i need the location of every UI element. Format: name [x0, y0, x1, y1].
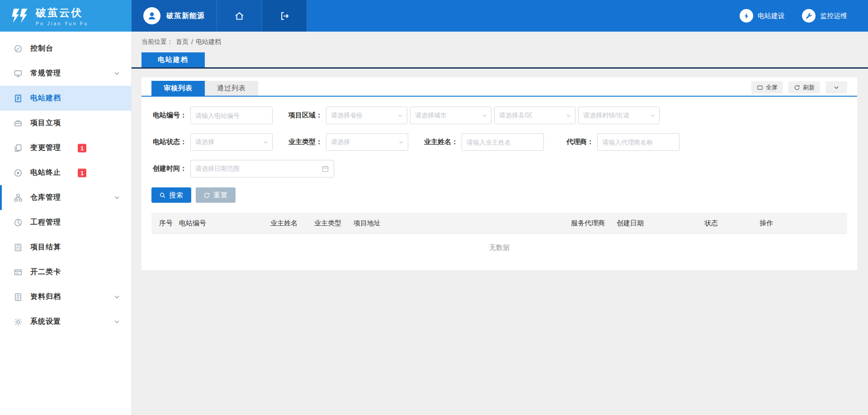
refresh-label: 刷新: [803, 84, 815, 92]
chevron-down-icon: [263, 139, 269, 145]
sidebar-item-engineering-management[interactable]: 工程管理: [0, 210, 131, 235]
region-select-2[interactable]: 请选择县/区: [494, 107, 576, 124]
sidebar-item-label: 电站终止: [30, 168, 61, 177]
table-column-3: 业主类型: [314, 219, 354, 228]
sidebar-item-warehouse-management[interactable]: 仓库管理: [0, 185, 131, 210]
header-nav: 电站建设 监控运维: [740, 0, 868, 32]
nav-label: 监控运维: [820, 12, 847, 20]
chevron-down-icon: [833, 84, 840, 91]
project-icon: [14, 119, 23, 128]
card-head: 审核列表通过列表 全屏 刷新: [142, 77, 857, 97]
select-placeholder: 请选择县/区: [499, 112, 533, 120]
select-placeholder: 请选择城市: [415, 112, 447, 120]
station-no-label: 电站编号：: [151, 111, 187, 120]
app-header: 破茧云伏 Po Jian Yun Fu 破茧新能源 电站建设 监控运维: [0, 0, 868, 32]
chevron-down-icon: [113, 70, 120, 77]
sidebar-item-label: 电站建档: [30, 93, 61, 103]
select-placeholder: 请选择: [195, 138, 214, 146]
chevron-down-icon: [113, 318, 120, 325]
logo-icon: [9, 8, 30, 24]
chevron-down-icon: [398, 139, 404, 145]
wrench-icon: [802, 9, 816, 23]
logout-button[interactable]: [262, 0, 307, 32]
sidebar-item-data-archive[interactable]: 资料归档: [0, 284, 131, 309]
station-no-input[interactable]: [190, 107, 273, 124]
agent-label: 代理商：: [558, 138, 594, 146]
station-status-label: 电站状态：: [151, 138, 187, 146]
table-column-4: 项目地址: [354, 219, 571, 228]
sidebar-item-system-settings[interactable]: 系统设置: [0, 309, 131, 334]
filter-form: 电站编号： 项目区域： 请选择省份请选择城市请选择县/区请选择村镇/街道 电站状…: [142, 97, 857, 177]
table-column-0: 序号: [159, 219, 179, 228]
sidebar-item-project-settlement[interactable]: 项目结算: [0, 235, 131, 260]
fullscreen-button[interactable]: 全屏: [751, 81, 783, 93]
breadcrumb-prefix: 当前位置：: [142, 38, 173, 46]
sidebar-item-general-management[interactable]: 常规管理: [0, 61, 131, 86]
fullscreen-icon: [757, 84, 763, 91]
search-button[interactable]: 搜索: [151, 187, 191, 203]
sidebar-item-label: 项目结算: [30, 242, 61, 252]
reset-button[interactable]: 重置: [196, 187, 236, 203]
owner-name-input[interactable]: [462, 133, 544, 151]
sidebar-item-open-class2-card[interactable]: 开二类卡: [0, 260, 131, 284]
chevron-down-icon: [113, 294, 120, 300]
empty-state: 无数据: [151, 234, 847, 261]
agent-input[interactable]: [597, 133, 679, 151]
card-icon: [14, 268, 23, 277]
lightning-icon: [740, 9, 753, 23]
sidebar-item-project-approval[interactable]: 项目立项: [0, 111, 131, 135]
owner-name-label: 业主姓名：: [423, 138, 458, 146]
region-select-0[interactable]: 请选择省份: [326, 107, 407, 124]
document-icon: [14, 94, 23, 103]
chevron-down-icon: [397, 112, 403, 118]
results-table: 序号电站编号业主姓名业主类型项目地址服务代理商创建日期状态操作 无数据: [151, 213, 847, 261]
select-placeholder: 请选择: [331, 138, 350, 146]
sidebar-item-console[interactable]: 控制台: [0, 36, 131, 61]
search-label: 搜索: [169, 191, 184, 200]
date-range-field[interactable]: 请选择日期范围: [190, 160, 334, 177]
breadcrumb-home[interactable]: 首页: [176, 38, 189, 46]
table-column-2: 业主姓名: [270, 219, 314, 228]
gear-icon: [14, 317, 23, 326]
region-select-3[interactable]: 请选择村镇/街道: [578, 107, 660, 124]
pie-chart-icon: [14, 218, 23, 227]
sidebar-item-label: 工程管理: [30, 218, 61, 227]
nav-monitoring-ops[interactable]: 监控运维: [802, 9, 847, 23]
tab-review-list[interactable]: 审核列表: [151, 81, 205, 96]
sidebar-item-station-termination[interactable]: 电站终止1: [0, 160, 131, 185]
refresh-button[interactable]: 刷新: [788, 81, 820, 93]
logo-subtitle: Po Jian Yun Fu: [36, 21, 89, 26]
header-spacer: [307, 0, 740, 32]
region-select-1[interactable]: 请选择城市: [410, 107, 491, 124]
breadcrumb: 当前位置： 首页 / 电站建档: [132, 32, 868, 52]
search-icon: [159, 192, 166, 199]
sidebar-item-label: 开二类卡: [30, 267, 61, 277]
nav-station-construction[interactable]: 电站建设: [740, 9, 785, 23]
reset-label: 重置: [213, 191, 228, 200]
table-column-5: 服务代理商: [571, 219, 617, 228]
chevron-down-icon: [481, 112, 487, 118]
breadcrumb-current: 电站建档: [196, 38, 221, 46]
tab-passed-list[interactable]: 通过列表: [205, 81, 258, 96]
page-tab-station-archive[interactable]: 电站建档: [142, 52, 205, 67]
page-tabbar: 电站建档: [132, 52, 868, 69]
files-icon: [14, 144, 23, 153]
collapse-filters-button[interactable]: [826, 81, 847, 93]
calendar-icon: [321, 165, 329, 173]
sidebar-item-change-management[interactable]: 变更管理1: [0, 135, 131, 160]
owner-type-select[interactable]: 请选择: [326, 133, 408, 151]
station-status-select[interactable]: 请选择: [190, 133, 273, 151]
region-selects: 请选择省份请选择城市请选择县/区请选择村镇/街道: [326, 107, 660, 124]
user-menu[interactable]: 破茧新能源: [132, 0, 217, 32]
home-icon: [234, 11, 245, 21]
home-button[interactable]: [217, 0, 262, 32]
select-placeholder: 请选择省份: [331, 112, 363, 120]
filter-row-3: 创建时间： 请选择日期范围: [151, 160, 847, 177]
sidebar: 控制台常规管理电站建档项目立项变更管理1电站终止1仓库管理工程管理项目结算开二类…: [0, 32, 132, 415]
sidebar-item-label: 仓库管理: [30, 193, 61, 202]
sidebar-item-label: 系统设置: [30, 317, 61, 326]
chevron-down-icon: [113, 194, 120, 201]
table-column-1: 电站编号: [179, 219, 270, 228]
monitor-icon: [14, 69, 23, 78]
sidebar-item-station-archive[interactable]: 电站建档: [0, 86, 131, 111]
